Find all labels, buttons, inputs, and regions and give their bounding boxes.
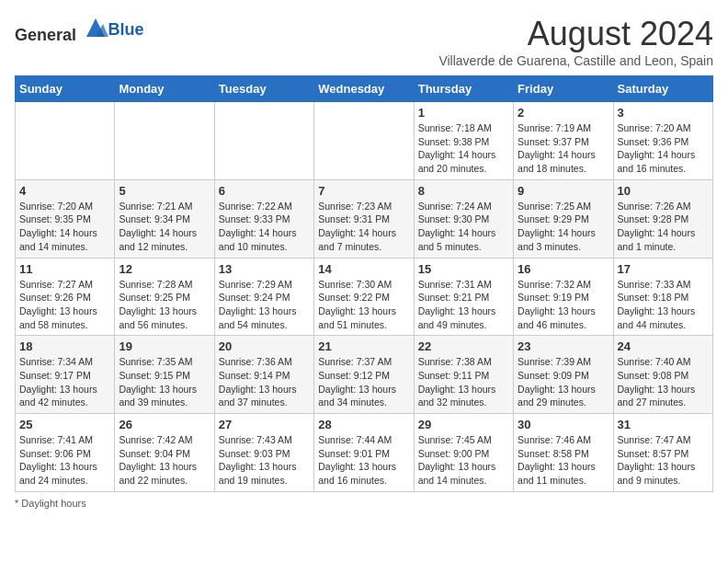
calendar-cell: 21Sunrise: 7:37 AMSunset: 9:12 PMDayligh… (314, 336, 414, 414)
weekday-header-tuesday: Tuesday (214, 76, 313, 102)
calendar-cell: 31Sunrise: 7:47 AMSunset: 8:57 PMDayligh… (613, 414, 712, 492)
day-number: 4 (19, 184, 110, 198)
day-number: 9 (518, 184, 609, 198)
calendar-cell: 17Sunrise: 7:33 AMSunset: 9:18 PMDayligh… (613, 258, 712, 336)
day-info: Sunrise: 7:43 AMSunset: 9:03 PMDaylight:… (219, 433, 310, 488)
calendar-cell: 13Sunrise: 7:29 AMSunset: 9:24 PMDayligh… (214, 258, 313, 336)
month-title: August 2024 (438, 15, 713, 53)
calendar-cell: 12Sunrise: 7:28 AMSunset: 9:25 PMDayligh… (115, 258, 214, 336)
calendar-cell: 24Sunrise: 7:40 AMSunset: 9:08 PMDayligh… (613, 336, 712, 414)
day-number: 1 (418, 106, 509, 120)
weekday-header-sunday: Sunday (16, 76, 115, 102)
day-number: 17 (618, 262, 709, 276)
week-row-2: 11Sunrise: 7:27 AMSunset: 9:26 PMDayligh… (16, 258, 713, 336)
day-number: 15 (418, 262, 509, 276)
calendar-cell: 29Sunrise: 7:45 AMSunset: 9:00 PMDayligh… (414, 414, 513, 492)
calendar-cell: 7Sunrise: 7:23 AMSunset: 9:31 PMDaylight… (314, 179, 414, 258)
calendar-cell: 6Sunrise: 7:22 AMSunset: 9:33 PMDaylight… (214, 179, 313, 258)
day-number: 10 (618, 184, 709, 198)
day-info: Sunrise: 7:39 AMSunset: 9:09 PMDaylight:… (518, 355, 609, 409)
location-subtitle: Villaverde de Guarena, Castille and Leon… (438, 53, 713, 68)
day-number: 24 (618, 339, 709, 353)
calendar-cell (314, 102, 414, 180)
logo-icon (83, 15, 108, 40)
day-number: 25 (19, 418, 110, 431)
calendar-cell: 26Sunrise: 7:42 AMSunset: 9:04 PMDayligh… (115, 414, 214, 492)
day-info: Sunrise: 7:33 AMSunset: 9:18 PMDaylight:… (618, 278, 709, 332)
day-info: Sunrise: 7:47 AMSunset: 8:57 PMDaylight:… (618, 433, 709, 488)
day-info: Sunrise: 7:45 AMSunset: 9:00 PMDaylight:… (418, 433, 509, 488)
week-row-0: 1Sunrise: 7:18 AMSunset: 9:38 PMDaylight… (16, 102, 713, 180)
day-info: Sunrise: 7:41 AMSunset: 9:06 PMDaylight:… (19, 433, 110, 488)
day-info: Sunrise: 7:29 AMSunset: 9:24 PMDaylight:… (219, 278, 310, 332)
weekday-header-monday: Monday (115, 76, 214, 102)
day-number: 6 (219, 184, 310, 198)
day-info: Sunrise: 7:34 AMSunset: 9:17 PMDaylight:… (19, 355, 110, 409)
day-number: 8 (418, 184, 509, 198)
weekday-header-row: SundayMondayTuesdayWednesdayThursdayFrid… (16, 76, 713, 102)
calendar-cell: 8Sunrise: 7:24 AMSunset: 9:30 PMDaylight… (414, 179, 513, 258)
day-info: Sunrise: 7:44 AMSunset: 9:01 PMDaylight:… (318, 433, 409, 488)
calendar-cell: 25Sunrise: 7:41 AMSunset: 9:06 PMDayligh… (16, 414, 115, 492)
calendar-cell: 27Sunrise: 7:43 AMSunset: 9:03 PMDayligh… (214, 414, 313, 492)
footer-note: * Daylight hours (15, 498, 713, 509)
calendar-cell: 19Sunrise: 7:35 AMSunset: 9:15 PMDayligh… (115, 336, 214, 414)
day-number: 2 (518, 106, 609, 120)
day-info: Sunrise: 7:40 AMSunset: 9:08 PMDaylight:… (618, 355, 709, 409)
weekday-header-saturday: Saturday (613, 76, 712, 102)
day-info: Sunrise: 7:24 AMSunset: 9:30 PMDaylight:… (418, 200, 509, 254)
logo: General Blue (15, 15, 144, 45)
header: General Blue August 2024 Villaverde de G… (15, 15, 713, 68)
day-number: 5 (119, 184, 210, 198)
day-info: Sunrise: 7:19 AMSunset: 9:37 PMDaylight:… (518, 121, 609, 176)
calendar-cell: 22Sunrise: 7:38 AMSunset: 9:11 PMDayligh… (414, 336, 513, 414)
day-info: Sunrise: 7:23 AMSunset: 9:31 PMDaylight:… (318, 200, 409, 254)
day-info: Sunrise: 7:28 AMSunset: 9:25 PMDaylight:… (119, 278, 210, 332)
day-info: Sunrise: 7:18 AMSunset: 9:38 PMDaylight:… (418, 121, 509, 176)
calendar-cell: 1Sunrise: 7:18 AMSunset: 9:38 PMDaylight… (414, 102, 513, 180)
weekday-header-wednesday: Wednesday (314, 76, 414, 102)
day-info: Sunrise: 7:35 AMSunset: 9:15 PMDaylight:… (119, 355, 210, 409)
day-info: Sunrise: 7:46 AMSunset: 8:58 PMDaylight:… (518, 433, 609, 488)
week-row-3: 18Sunrise: 7:34 AMSunset: 9:17 PMDayligh… (16, 336, 713, 414)
calendar-cell: 10Sunrise: 7:26 AMSunset: 9:28 PMDayligh… (613, 179, 712, 258)
day-number: 18 (19, 339, 110, 353)
day-info: Sunrise: 7:37 AMSunset: 9:12 PMDaylight:… (318, 355, 409, 409)
calendar-cell: 16Sunrise: 7:32 AMSunset: 9:19 PMDayligh… (514, 258, 613, 336)
day-info: Sunrise: 7:22 AMSunset: 9:33 PMDaylight:… (219, 200, 310, 254)
day-number: 14 (318, 262, 409, 276)
weekday-header-thursday: Thursday (414, 76, 513, 102)
day-number: 27 (219, 418, 310, 431)
day-info: Sunrise: 7:42 AMSunset: 9:04 PMDaylight:… (119, 433, 210, 488)
day-number: 22 (418, 339, 509, 353)
calendar-cell (214, 102, 313, 180)
week-row-4: 25Sunrise: 7:41 AMSunset: 9:06 PMDayligh… (16, 414, 713, 492)
day-info: Sunrise: 7:21 AMSunset: 9:34 PMDaylight:… (119, 200, 210, 254)
calendar-cell: 14Sunrise: 7:30 AMSunset: 9:22 PMDayligh… (314, 258, 414, 336)
calendar-cell: 23Sunrise: 7:39 AMSunset: 9:09 PMDayligh… (514, 336, 613, 414)
day-number: 21 (318, 339, 409, 353)
calendar-cell: 30Sunrise: 7:46 AMSunset: 8:58 PMDayligh… (514, 414, 613, 492)
day-info: Sunrise: 7:26 AMSunset: 9:28 PMDaylight:… (618, 200, 709, 254)
day-number: 7 (318, 184, 409, 198)
day-info: Sunrise: 7:25 AMSunset: 9:29 PMDaylight:… (518, 200, 609, 254)
day-number: 31 (618, 418, 709, 431)
calendar-cell: 11Sunrise: 7:27 AMSunset: 9:26 PMDayligh… (16, 258, 115, 336)
day-number: 13 (219, 262, 310, 276)
week-row-1: 4Sunrise: 7:20 AMSunset: 9:35 PMDaylight… (16, 179, 713, 258)
day-info: Sunrise: 7:32 AMSunset: 9:19 PMDaylight:… (518, 278, 609, 332)
day-number: 29 (418, 418, 509, 431)
day-info: Sunrise: 7:30 AMSunset: 9:22 PMDaylight:… (318, 278, 409, 332)
day-number: 28 (318, 418, 409, 431)
day-number: 3 (618, 106, 709, 120)
day-number: 30 (518, 418, 609, 431)
day-number: 26 (119, 418, 210, 431)
day-info: Sunrise: 7:20 AMSunset: 9:36 PMDaylight:… (618, 121, 709, 176)
day-number: 16 (518, 262, 609, 276)
day-info: Sunrise: 7:27 AMSunset: 9:26 PMDaylight:… (19, 278, 110, 332)
calendar-cell: 28Sunrise: 7:44 AMSunset: 9:01 PMDayligh… (314, 414, 414, 492)
calendar-cell: 2Sunrise: 7:19 AMSunset: 9:37 PMDaylight… (514, 102, 613, 180)
day-number: 19 (119, 339, 210, 353)
day-info: Sunrise: 7:31 AMSunset: 9:21 PMDaylight:… (418, 278, 509, 332)
title-area: August 2024 Villaverde de Guarena, Casti… (438, 15, 713, 68)
